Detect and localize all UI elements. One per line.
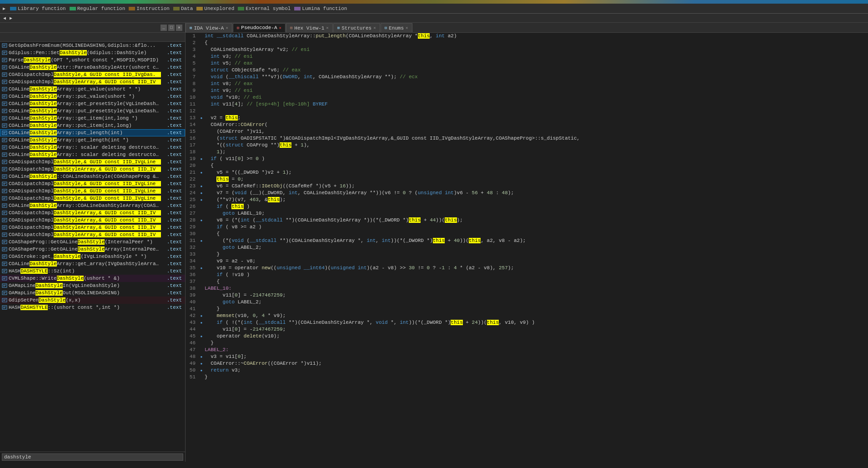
- fn-row[interactable]: COALineDashStyleArray::get_length(int *)…: [0, 136, 185, 144]
- search-input[interactable]: [2, 453, 183, 461]
- fn-icon: [1, 210, 8, 216]
- fn-row[interactable]: OAMapLineDashStyleOut(MSOLINEDASHING).te…: [0, 289, 185, 297]
- line-number: 25: [186, 196, 198, 203]
- fn-row[interactable]: COALineDashStyleArray::get_value(ushort …: [0, 86, 185, 93]
- fn-row[interactable]: COAShapeProg::GetOALineDashStyleArray(In…: [0, 246, 185, 253]
- fn-row[interactable]: COALineDashStyleAttr::ParseDashStyleAttr…: [0, 64, 185, 71]
- maximize-button[interactable]: □: [168, 25, 175, 31]
- code-area[interactable]: 1int __stdcall COALineDashStyleArray::pu…: [186, 33, 868, 462]
- fn-row[interactable]: COADispatchImplDashStyle,& GUID const II…: [0, 71, 185, 78]
- code-line: 24● v7 = (void (__)(_DWORD, int, COALine…: [186, 190, 868, 196]
- fn-name: COADispatchImplDashStyleArray,& GUID con…: [9, 225, 161, 230]
- fn-row[interactable]: GdipSetPenDashStyle(x,x).text: [0, 297, 185, 304]
- fn-seg: .text: [161, 217, 184, 223]
- fn-seg: .text: [161, 130, 184, 136]
- fn-name: COADispatchImplDashStyle,& GUID const II…: [9, 196, 161, 201]
- toolbar-btn-back[interactable]: ◀: [2, 15, 7, 21]
- tab-enums[interactable]: ⊟ Enums ✕: [381, 23, 412, 32]
- tab-hex-view[interactable]: ⊡ Hex View-1 ✕: [286, 23, 333, 32]
- minimize-button[interactable]: _: [161, 25, 167, 31]
- fn-row[interactable]: COALineDashStyle::COALineDashStyle(COASh…: [0, 173, 185, 180]
- line-number: 48: [186, 353, 198, 360]
- fn-row[interactable]: COADispatchImplDashStyleArray,& GUID con…: [0, 224, 185, 231]
- svg-rect-3: [2, 51, 7, 55]
- fn-row[interactable]: COADispatchImplDashStyle,& GUID const II…: [0, 180, 185, 187]
- fn-row[interactable]: COADispatchImplDashStyleArray,& GUID con…: [0, 231, 185, 238]
- fn-icon: [1, 195, 8, 201]
- fn-name: COALineDashStyleArray::put_item(int,long…: [9, 123, 161, 128]
- legend-instruction: Instruction: [129, 6, 170, 11]
- legend-unexplored-color: [196, 7, 203, 10]
- fn-seg: .text: [161, 57, 184, 63]
- fn-name: HASHDASHSTYLE::(ushort const *,int *): [9, 305, 161, 310]
- fn-row[interactable]: COALineDashStyleArray::put_value(ushort …: [0, 93, 185, 100]
- fn-row[interactable]: COALineDashStyleArray::put_presetStyle(V…: [0, 107, 185, 115]
- fn-row[interactable]: Gdiplus::Pen::SetDashStyle(Gdiplus::Dash…: [0, 49, 185, 56]
- line-dot: ●: [198, 360, 205, 367]
- tab-enum-close[interactable]: ✕: [406, 25, 408, 30]
- tab-hex-close[interactable]: ✕: [326, 25, 328, 30]
- fn-row[interactable]: HASHDASHSTYLE::Sz(int).text: [0, 267, 185, 275]
- search-bar: [0, 452, 185, 462]
- svg-rect-21: [2, 95, 7, 98]
- fn-row[interactable]: COADispatchImplDashStyleArray,& GUID con…: [0, 216, 185, 224]
- svg-rect-69: [2, 211, 7, 215]
- tab-struct-close[interactable]: ✕: [373, 25, 376, 30]
- fn-row[interactable]: OAMapLineDashStyleIn(VgLineDashStyle).te…: [0, 282, 185, 289]
- top-color-strip: [0, 0, 868, 4]
- line-number: 24: [186, 190, 198, 196]
- fn-row[interactable]: GetGpDashFromEnum(MSOLINEDASHING,Gdiplus…: [0, 42, 185, 49]
- fn-row[interactable]: COALineDashStyleArray:: scalar deleting …: [0, 151, 185, 158]
- tab-enum-icon: ⊟: [385, 25, 387, 30]
- code-line: 25● (**v7)(v7, 463, &this);: [186, 196, 868, 203]
- svg-rect-108: [2, 306, 7, 309]
- close-button[interactable]: ✕: [176, 25, 182, 31]
- fn-icon: [1, 130, 8, 136]
- fn-row[interactable]: COALineDashStyleArray::get_array(IVgDash…: [0, 260, 185, 267]
- fn-row[interactable]: COALineDashStyleArray::COALineDashStyleA…: [0, 202, 185, 209]
- code-line: 33 }: [186, 251, 868, 258]
- line-number: 31: [186, 237, 198, 244]
- fn-name: COADispatchImplDashStyleArray,& GUID con…: [9, 166, 161, 172]
- line-number: 35: [186, 265, 198, 272]
- toolbar-icon-1[interactable]: ▶: [2, 6, 6, 11]
- fn-row[interactable]: HASHDASHSTYLE::(ushort const *,int *).te…: [0, 304, 185, 311]
- svg-rect-0: [2, 44, 7, 47]
- fn-row[interactable]: COAStroke::get_dashstyle(IVgLineDashStyl…: [0, 253, 185, 260]
- fn-row[interactable]: COALineDashStyleArray::put_item(int,long…: [0, 122, 185, 129]
- fn-row[interactable]: COALineDashStyleArray::get_item(int,long…: [0, 115, 185, 122]
- line-number: 46: [186, 340, 198, 347]
- fn-row[interactable]: COADispatchImplDashStyleArray,& GUID con…: [0, 166, 185, 173]
- line-content: {: [205, 40, 868, 46]
- tab-pseudocode[interactable]: ⊟ Pseudocode-A ✕: [233, 23, 286, 32]
- line-content: goto LABEL_2;: [205, 244, 868, 251]
- fn-row[interactable]: COALineDashStyleArray:: scalar deleting …: [0, 144, 185, 151]
- line-content: v10 = operator new((unsigned __int64)(un…: [205, 265, 868, 272]
- fn-row[interactable]: COADispatchImplDashStyle,& GUID const II…: [0, 187, 185, 195]
- fn-row[interactable]: COALineDashStyleArray::put_length(int).t…: [0, 129, 185, 136]
- line-content: v8 = (*(int (__stdcall **)(COALineDashSt…: [205, 217, 868, 224]
- fn-row[interactable]: CVMLShape::WriteDashStyle(ushort * &).te…: [0, 275, 185, 282]
- fn-row[interactable]: COADispatchImplDashStyleArray,& GUID con…: [0, 78, 185, 86]
- fn-row[interactable]: COALineDashStyleArray::get_presetStyle(V…: [0, 100, 185, 107]
- toolbar-btn-forward[interactable]: ▶: [8, 15, 14, 21]
- fn-row[interactable]: COADispatchImplDashStyleArray,& GUID con…: [0, 209, 185, 216]
- tab-ida-close[interactable]: ✕: [226, 25, 228, 30]
- fn-row[interactable]: ParseDashStyle(OPT *,ushort const *,MSOP…: [0, 56, 185, 64]
- fn-row[interactable]: COAShapeProg::GetOALineDashStyle(Interna…: [0, 238, 185, 246]
- tab-pseudo-close[interactable]: ✕: [279, 25, 281, 30]
- svg-rect-18: [2, 87, 7, 91]
- line-content: v2 = this;: [205, 115, 868, 121]
- line-number: 5: [186, 60, 198, 67]
- code-line: 48● v3 = v11[0];: [186, 353, 868, 360]
- fn-row[interactable]: COADispatchImplDashStyle,& GUID const II…: [0, 195, 185, 202]
- fn-seg: .text: [161, 43, 184, 48]
- fn-seg: .text: [161, 261, 184, 267]
- tab-structures[interactable]: ⊞ Structures ✕: [333, 23, 380, 32]
- code-line: 3 COALineDashStyleArray *v2; // esi: [186, 46, 868, 53]
- fn-row[interactable]: COADispatchImplDashStyle,& GUID const II…: [0, 158, 185, 166]
- line-content: void *v10; // edi: [205, 94, 868, 101]
- fn-name: COALineDashStyleArray::get_item(int,long…: [9, 116, 161, 121]
- functions-list[interactable]: GetGpDashFromEnum(MSOLINEDASHING,Gdiplus…: [0, 42, 185, 452]
- tab-ida-view[interactable]: ⊞ IDA View-A ✕: [186, 23, 232, 32]
